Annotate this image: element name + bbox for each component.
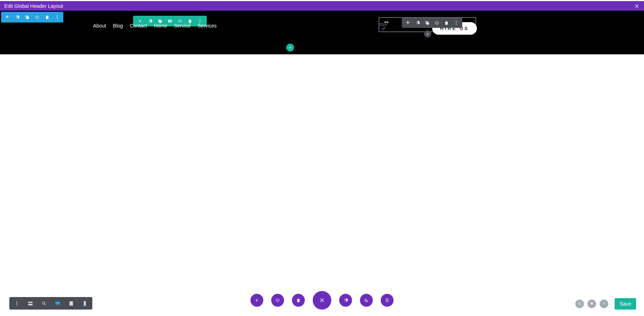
duplicate-icon[interactable] — [25, 15, 30, 20]
svg-point-0 — [57, 15, 58, 16]
nav-link-services[interactable]: Services — [197, 23, 217, 29]
nav-link-blog[interactable]: Blog — [113, 23, 123, 29]
nav-link-contact[interactable]: Contact — [130, 23, 147, 29]
more-icon[interactable] — [55, 15, 60, 20]
power-icon[interactable] — [434, 20, 439, 25]
svg-point-9 — [16, 301, 18, 302]
svg-point-7 — [456, 23, 457, 23]
nav-link-home[interactable]: Home — [154, 23, 167, 29]
add-circle-button[interactable] — [250, 294, 263, 307]
header-section[interactable]: About Blog Contact Home Service Services… — [0, 11, 644, 54]
section-toolbar — [1, 12, 63, 23]
gear-icon[interactable] — [415, 20, 420, 25]
history-circle-button[interactable] — [360, 294, 373, 307]
trash-icon[interactable] — [444, 20, 449, 25]
phone-icon[interactable] — [82, 300, 88, 307]
sliders-circle-button[interactable] — [381, 294, 394, 307]
desktop-icon[interactable] — [54, 300, 61, 307]
add-row-button[interactable] — [286, 44, 294, 51]
zoom-icon[interactable] — [41, 300, 47, 307]
view-panel — [9, 297, 92, 310]
svg-point-10 — [16, 303, 18, 304]
top-bar: Edit Global Header Layout — [0, 1, 644, 11]
svg-point-6 — [456, 21, 457, 22]
svg-point-11 — [16, 305, 18, 306]
module-toolbar — [402, 18, 462, 28]
nav-link-service[interactable]: Service — [174, 23, 191, 29]
wireframe-icon[interactable] — [27, 300, 34, 307]
add-module-button[interactable] — [424, 30, 431, 38]
nav-menu: About Blog Contact Home Service Services — [93, 23, 217, 29]
layers-mini-button[interactable] — [587, 300, 596, 308]
help-mini-button[interactable] — [600, 300, 608, 308]
close-circle-button[interactable] — [313, 291, 331, 310]
trash-icon[interactable] — [45, 15, 50, 20]
move-icon[interactable] — [5, 15, 10, 20]
svg-point-2 — [57, 18, 58, 19]
svg-point-3 — [200, 19, 200, 20]
trash-circle-button[interactable] — [292, 294, 305, 307]
power-icon[interactable] — [35, 15, 40, 20]
more-icon[interactable] — [454, 20, 459, 25]
tablet-icon[interactable] — [68, 300, 74, 307]
close-button[interactable] — [634, 3, 640, 9]
svg-point-1 — [57, 17, 58, 18]
right-actions: Save — [575, 298, 636, 310]
save-button[interactable]: Save — [615, 298, 636, 310]
page-title: Edit Global Header Layout — [4, 3, 634, 9]
settings-circle-button[interactable] — [339, 294, 352, 307]
link-icon[interactable] — [381, 26, 386, 31]
main-actions — [250, 291, 394, 310]
gear-icon[interactable] — [15, 15, 20, 20]
canvas-area[interactable] — [0, 55, 644, 316]
power-circle-button[interactable] — [271, 294, 284, 307]
more-icon[interactable] — [14, 300, 20, 307]
drag-horizontal-icon[interactable] — [383, 20, 390, 24]
nav-link-about[interactable]: About — [93, 23, 106, 29]
move-icon[interactable] — [405, 20, 410, 25]
duplicate-icon[interactable] — [425, 20, 430, 25]
svg-point-4 — [200, 21, 200, 21]
search-mini-button[interactable] — [575, 300, 584, 308]
svg-point-8 — [456, 24, 457, 25]
